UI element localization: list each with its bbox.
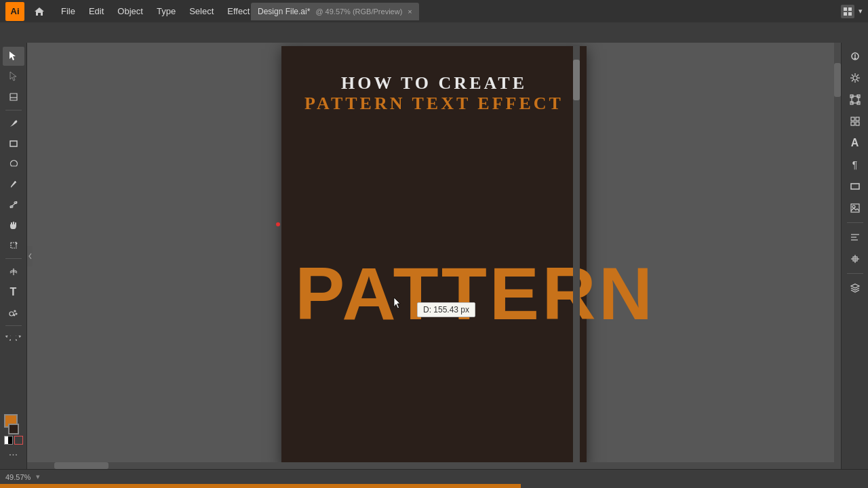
image-panel-button[interactable] <box>844 199 866 218</box>
paragraph-button[interactable]: ¶ <box>844 155 866 174</box>
left-toolbar: T <box>0 43 27 469</box>
undo-button[interactable] <box>3 329 13 348</box>
title-line-2: PATTERN TEXT EFFECT <box>281 94 587 114</box>
more-tools-button[interactable]: ··· <box>9 449 18 461</box>
pattern-text: PATTERN <box>295 256 655 331</box>
svg-rect-38 <box>851 122 854 125</box>
menu-edit[interactable]: Edit <box>82 0 111 22</box>
svg-point-14 <box>9 312 14 316</box>
svg-rect-41 <box>851 204 859 212</box>
hand-tool[interactable] <box>3 216 24 235</box>
type-panel-button[interactable]: A <box>844 134 866 152</box>
properties-button[interactable] <box>844 47 866 66</box>
fill-stroke-pair[interactable] <box>4 414 23 433</box>
rectangle-panel-button[interactable] <box>844 177 866 196</box>
type-tool[interactable]: T <box>3 283 24 302</box>
tab-bar: Design File.ai* @ 49.57% (RGB/Preview) × <box>0 22 868 43</box>
svg-rect-36 <box>851 117 854 121</box>
symbol-sprayer-tool[interactable] <box>3 303 24 322</box>
svg-rect-1 <box>844 7 847 11</box>
menu-file[interactable]: File <box>54 0 82 22</box>
artboard: HOW TO CREATE PATTERN TEXT EFFECT PATTER… <box>281 46 587 466</box>
canvas-scrollbar-v[interactable] <box>834 43 841 469</box>
panel-dropdown[interactable]: ▾ <box>859 7 863 16</box>
svg-line-27 <box>852 75 853 76</box>
align-button[interactable] <box>844 228 866 247</box>
blend-tool[interactable] <box>3 195 24 214</box>
svg-point-22 <box>853 76 857 80</box>
artboard-indicator <box>276 222 280 226</box>
panel-layout-button[interactable] <box>841 5 854 18</box>
right-toolbar: A ¶ <box>841 43 868 469</box>
right-separator-2 <box>847 273 863 274</box>
pencil-tool[interactable] <box>3 175 24 194</box>
artboard-scroll-right[interactable] <box>573 46 580 466</box>
color-mode-row <box>4 436 23 445</box>
main-area: T <box>0 43 868 469</box>
svg-line-29 <box>857 75 859 76</box>
menu-select[interactable]: Select <box>182 0 220 22</box>
menu-type[interactable]: Type <box>150 0 182 22</box>
status-info: ▾ <box>36 472 40 481</box>
svg-marker-0 <box>35 7 44 16</box>
svg-point-16 <box>16 313 17 314</box>
toolbar-separator-3 <box>5 325 22 326</box>
title-line-1: HOW TO CREATE <box>281 73 587 94</box>
rectangle-tool[interactable] <box>3 134 24 153</box>
artboard-tool[interactable] <box>3 236 24 255</box>
zoom-level[interactable]: 49.57% <box>5 473 31 481</box>
color-swatches: ··· <box>4 413 23 465</box>
layers-button[interactable] <box>844 279 866 298</box>
toolbar-separator-2 <box>5 258 22 259</box>
left-panel-collapse[interactable] <box>27 246 33 266</box>
svg-line-28 <box>857 80 859 81</box>
canvas-area[interactable]: HOW TO CREATE PATTERN TEXT EFFECT PATTER… <box>27 43 841 469</box>
document-tab[interactable]: Design File.ai* @ 49.57% (RGB/Preview) × <box>251 3 419 20</box>
pen-tool[interactable] <box>3 114 24 133</box>
svg-rect-3 <box>844 12 847 16</box>
menu-bar: Ai File Edit Object Type Select Effect V… <box>0 0 868 22</box>
home-button[interactable] <box>30 2 49 21</box>
sun-icon[interactable] <box>844 68 866 87</box>
svg-rect-40 <box>851 184 859 189</box>
svg-rect-4 <box>848 12 852 16</box>
tab-zoom: @ 49.57% (RGB/Preview) <box>315 7 402 16</box>
none-mode-icon[interactable] <box>14 436 23 445</box>
selection-tool[interactable] <box>3 47 24 66</box>
svg-rect-2 <box>848 7 852 11</box>
shape-builder-tool[interactable] <box>3 155 24 174</box>
svg-rect-37 <box>856 117 859 121</box>
svg-rect-39 <box>856 122 859 125</box>
undo-redo-group <box>3 329 24 348</box>
svg-rect-12 <box>11 243 16 248</box>
svg-marker-5 <box>9 52 16 60</box>
tab-filename: Design File.ai* <box>258 7 310 16</box>
redo-button[interactable] <box>14 329 24 348</box>
toolbar-separator-1 <box>5 110 22 110</box>
status-bar: 49.57% ▾ <box>0 469 868 484</box>
ai-logo: Ai <box>5 2 24 21</box>
svg-marker-49 <box>851 284 859 288</box>
grid-icon[interactable] <box>844 112 866 131</box>
stroke-swatch[interactable] <box>8 424 19 434</box>
svg-rect-8 <box>10 141 17 146</box>
accent-bar <box>0 484 868 488</box>
lasso-tool[interactable] <box>3 87 24 106</box>
svg-marker-6 <box>10 72 16 81</box>
tab-close-button[interactable]: × <box>408 7 412 16</box>
frame-button[interactable] <box>844 90 866 109</box>
warp-tool[interactable] <box>3 262 24 281</box>
svg-point-17 <box>14 314 15 316</box>
right-separator-1 <box>847 222 863 223</box>
svg-line-30 <box>852 80 853 81</box>
direct-selection-tool[interactable] <box>3 67 24 86</box>
canvas-scrollbar-h[interactable] <box>27 462 834 469</box>
svg-point-15 <box>14 310 16 312</box>
transform-button[interactable] <box>844 249 866 268</box>
menu-object[interactable]: Object <box>111 0 150 22</box>
svg-point-21 <box>854 58 856 59</box>
normal-mode-icon[interactable] <box>4 436 13 445</box>
